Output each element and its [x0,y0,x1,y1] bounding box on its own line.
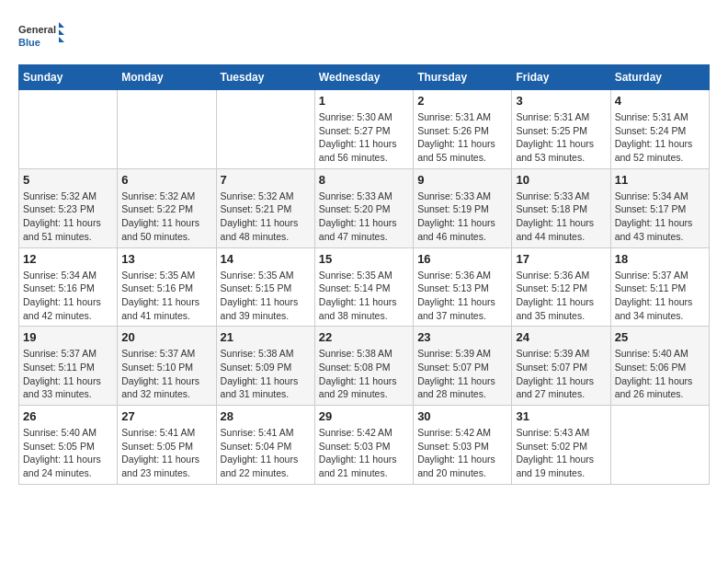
day-number: 16 [417,252,507,266]
col-header-monday: Monday [118,65,216,90]
day-info: Sunrise: 5:43 AMSunset: 5:02 PMDaylight:… [516,426,606,480]
day-number: 10 [516,173,606,187]
svg-text:Blue: Blue [18,37,40,48]
day-info: Sunrise: 5:37 AMSunset: 5:11 PMDaylight:… [615,269,705,323]
calendar-cell: 12Sunrise: 5:34 AMSunset: 5:16 PMDayligh… [19,247,118,327]
calendar-cell: 15Sunrise: 5:35 AMSunset: 5:14 PMDayligh… [314,247,413,327]
calendar-week-3: 12Sunrise: 5:34 AMSunset: 5:16 PMDayligh… [19,247,710,327]
calendar-cell: 22Sunrise: 5:38 AMSunset: 5:08 PMDayligh… [314,327,413,406]
day-number: 7 [221,173,311,187]
calendar-cell: 9Sunrise: 5:33 AMSunset: 5:19 PMDaylight… [414,168,512,247]
calendar-cell: 29Sunrise: 5:42 AMSunset: 5:03 PMDayligh… [314,406,413,485]
day-number: 19 [23,330,113,344]
col-header-friday: Friday [512,65,610,90]
day-number: 3 [516,94,606,108]
calendar-cell: 8Sunrise: 5:33 AMSunset: 5:20 PMDaylight… [314,168,413,247]
calendar-table: SundayMondayTuesdayWednesdayThursdayFrid… [18,64,710,485]
day-info: Sunrise: 5:32 AMSunset: 5:21 PMDaylight:… [221,190,311,244]
day-number: 28 [221,409,311,423]
day-number: 18 [615,252,705,266]
calendar-cell: 21Sunrise: 5:38 AMSunset: 5:09 PMDayligh… [216,327,314,406]
page-header: General Blue [18,18,710,55]
day-number: 2 [417,94,507,108]
logo-icon: General Blue [18,18,64,55]
day-number: 27 [121,409,211,423]
day-info: Sunrise: 5:38 AMSunset: 5:09 PMDaylight:… [221,347,311,401]
svg-text:General: General [18,24,56,35]
calendar-cell: 2Sunrise: 5:31 AMSunset: 5:26 PMDaylight… [414,90,512,169]
day-number: 31 [516,409,606,423]
calendar-cell: 3Sunrise: 5:31 AMSunset: 5:25 PMDaylight… [512,90,610,169]
calendar-cell: 24Sunrise: 5:39 AMSunset: 5:07 PMDayligh… [512,327,610,406]
day-info: Sunrise: 5:35 AMSunset: 5:16 PMDaylight:… [121,269,211,323]
day-info: Sunrise: 5:42 AMSunset: 5:03 PMDaylight:… [319,426,409,480]
day-info: Sunrise: 5:41 AMSunset: 5:04 PMDaylight:… [221,426,311,480]
day-number: 20 [121,330,211,344]
day-info: Sunrise: 5:31 AMSunset: 5:25 PMDaylight:… [516,110,606,165]
calendar-week-4: 19Sunrise: 5:37 AMSunset: 5:11 PMDayligh… [19,327,710,406]
day-info: Sunrise: 5:38 AMSunset: 5:08 PMDaylight:… [319,347,409,401]
day-number: 21 [221,330,311,344]
calendar-header: SundayMondayTuesdayWednesdayThursdayFrid… [19,65,710,90]
day-info: Sunrise: 5:34 AMSunset: 5:16 PMDaylight:… [23,269,113,323]
day-info: Sunrise: 5:35 AMSunset: 5:15 PMDaylight:… [221,269,311,323]
day-info: Sunrise: 5:30 AMSunset: 5:27 PMDaylight:… [319,110,409,165]
calendar-cell: 13Sunrise: 5:35 AMSunset: 5:16 PMDayligh… [118,247,216,327]
calendar-cell: 20Sunrise: 5:37 AMSunset: 5:10 PMDayligh… [118,327,216,406]
day-info: Sunrise: 5:36 AMSunset: 5:13 PMDaylight:… [417,269,507,323]
col-header-thursday: Thursday [414,65,512,90]
calendar-cell: 30Sunrise: 5:42 AMSunset: 5:03 PMDayligh… [414,406,512,485]
day-info: Sunrise: 5:32 AMSunset: 5:22 PMDaylight:… [121,190,211,244]
day-info: Sunrise: 5:33 AMSunset: 5:20 PMDaylight:… [319,190,409,244]
svg-marker-3 [59,29,64,35]
calendar-cell: 19Sunrise: 5:37 AMSunset: 5:11 PMDayligh… [19,327,118,406]
calendar-cell: 14Sunrise: 5:35 AMSunset: 5:15 PMDayligh… [216,247,314,327]
calendar-cell: 31Sunrise: 5:43 AMSunset: 5:02 PMDayligh… [512,406,610,485]
day-info: Sunrise: 5:39 AMSunset: 5:07 PMDaylight:… [516,347,606,401]
day-info: Sunrise: 5:37 AMSunset: 5:11 PMDaylight:… [23,347,113,401]
day-number: 14 [221,252,311,266]
day-number: 25 [615,330,705,344]
day-info: Sunrise: 5:39 AMSunset: 5:07 PMDaylight:… [417,347,507,401]
day-number: 4 [615,94,705,108]
calendar-cell: 4Sunrise: 5:31 AMSunset: 5:24 PMDaylight… [610,90,709,169]
col-header-wednesday: Wednesday [314,65,413,90]
svg-marker-4 [59,37,64,42]
calendar-week-1: 1Sunrise: 5:30 AMSunset: 5:27 PMDaylight… [19,90,710,169]
calendar-cell [216,90,314,169]
day-number: 1 [319,94,409,108]
calendar-cell: 25Sunrise: 5:40 AMSunset: 5:06 PMDayligh… [610,327,709,406]
col-header-tuesday: Tuesday [216,65,314,90]
day-info: Sunrise: 5:33 AMSunset: 5:19 PMDaylight:… [417,190,507,244]
calendar-cell: 11Sunrise: 5:34 AMSunset: 5:17 PMDayligh… [610,168,709,247]
calendar-cell [610,406,709,485]
day-number: 30 [417,409,507,423]
day-number: 8 [319,173,409,187]
calendar-cell: 5Sunrise: 5:32 AMSunset: 5:23 PMDaylight… [19,168,118,247]
day-number: 11 [615,173,705,187]
calendar-cell: 10Sunrise: 5:33 AMSunset: 5:18 PMDayligh… [512,168,610,247]
calendar-cell: 6Sunrise: 5:32 AMSunset: 5:22 PMDaylight… [118,168,216,247]
day-info: Sunrise: 5:31 AMSunset: 5:26 PMDaylight:… [417,110,507,165]
day-info: Sunrise: 5:34 AMSunset: 5:17 PMDaylight:… [615,190,705,244]
logo: General Blue [18,18,64,55]
calendar-cell: 26Sunrise: 5:40 AMSunset: 5:05 PMDayligh… [19,406,118,485]
day-number: 26 [23,409,113,423]
day-info: Sunrise: 5:33 AMSunset: 5:18 PMDaylight:… [516,190,606,244]
calendar-cell: 28Sunrise: 5:41 AMSunset: 5:04 PMDayligh… [216,406,314,485]
day-number: 24 [516,330,606,344]
calendar-cell [118,90,216,169]
day-info: Sunrise: 5:36 AMSunset: 5:12 PMDaylight:… [516,269,606,323]
col-header-sunday: Sunday [19,65,118,90]
day-number: 29 [319,409,409,423]
calendar-cell: 16Sunrise: 5:36 AMSunset: 5:13 PMDayligh… [414,247,512,327]
calendar-cell: 27Sunrise: 5:41 AMSunset: 5:05 PMDayligh… [118,406,216,485]
day-number: 5 [23,173,113,187]
day-number: 15 [319,252,409,266]
day-number: 22 [319,330,409,344]
day-info: Sunrise: 5:32 AMSunset: 5:23 PMDaylight:… [23,190,113,244]
day-number: 23 [417,330,507,344]
day-number: 12 [23,252,113,266]
calendar-cell: 1Sunrise: 5:30 AMSunset: 5:27 PMDaylight… [314,90,413,169]
calendar-cell: 23Sunrise: 5:39 AMSunset: 5:07 PMDayligh… [414,327,512,406]
